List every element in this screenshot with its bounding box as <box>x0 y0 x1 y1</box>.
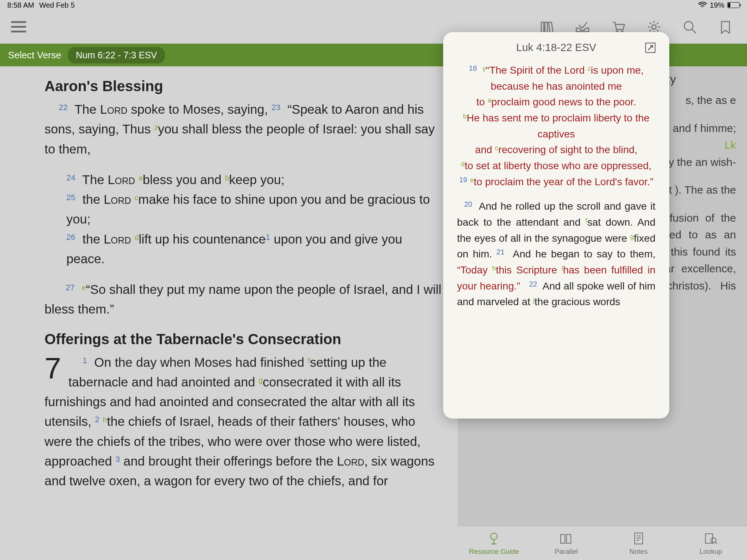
footnote-marker[interactable]: d <box>461 160 465 168</box>
tab-lookup[interactable]: Lookup <box>675 526 747 560</box>
footnote-marker[interactable]: h <box>103 416 107 424</box>
battery-pct: 19% <box>710 1 724 9</box>
footnote-marker[interactable]: z <box>588 65 591 72</box>
verse-number[interactable]: 1 <box>83 356 87 365</box>
svg-point-6 <box>491 533 497 540</box>
footnote-marker[interactable]: c <box>135 194 138 202</box>
scripture-link[interactable]: Lk <box>724 139 736 151</box>
battery-icon <box>727 2 740 8</box>
footnote-marker[interactable]: z <box>154 123 158 131</box>
svg-point-5 <box>684 22 693 30</box>
footnote-marker[interactable]: a <box>488 97 491 104</box>
svg-rect-8 <box>566 534 571 543</box>
footnote-marker[interactable]: c <box>495 144 498 152</box>
tab-resource-guide[interactable]: Resource Guide <box>458 526 530 560</box>
menu-button[interactable] <box>11 21 26 32</box>
verse-number[interactable]: 20 <box>464 200 472 208</box>
status-bar: 8:58 AM Wed Feb 5 19% <box>0 0 747 10</box>
scripture-poetry: 24 The Lord abless you and bkeep you; 25… <box>66 170 443 269</box>
verse-number[interactable]: 22 <box>59 103 67 112</box>
scripture-paragraph: 22 The Lord spoke to Moses, saying, 23 “… <box>44 100 443 159</box>
bookmark-icon[interactable] <box>718 19 733 35</box>
section-heading: Offerings at the Tabernacle's Consecrati… <box>44 331 443 347</box>
footnote-marker[interactable]: d <box>135 233 139 241</box>
footnote-marker[interactable]: g <box>259 376 263 384</box>
verse-reference-pill[interactable]: Num 6:22 - 7:3 ESV <box>68 47 165 63</box>
verse-number[interactable]: 19 <box>459 176 467 184</box>
expand-icon[interactable] <box>645 43 655 53</box>
verse-number[interactable]: 3 <box>116 455 120 464</box>
chapter-number: 7 <box>44 355 61 382</box>
verse-number[interactable]: 22 <box>529 280 537 288</box>
footnote-marker[interactable]: e <box>82 284 86 292</box>
footnote-marker[interactable]: i <box>562 265 563 272</box>
verse-number[interactable]: 26 <box>66 233 75 242</box>
footnote-marker[interactable]: b <box>463 113 467 120</box>
verse-number[interactable]: 25 <box>66 193 75 202</box>
svg-rect-7 <box>561 534 565 543</box>
svg-point-11 <box>711 538 716 543</box>
svg-point-4 <box>652 25 656 29</box>
footnote-marker[interactable]: a <box>139 174 143 182</box>
scripture-reader: Aaron's Blessing 22 The Lord spoke to Mo… <box>0 66 458 560</box>
svg-rect-1 <box>545 22 547 32</box>
status-date: Wed Feb 5 <box>39 1 74 9</box>
tab-notes[interactable]: Notes <box>603 526 675 560</box>
popup-reference: Luk 4:18-22 ESV <box>516 42 596 54</box>
cross-reference-popup: Luk 4:18-22 ESV 18 y“The Spirit of the L… <box>443 32 669 419</box>
verse-number[interactable]: 2 <box>95 415 99 424</box>
status-time: 8:58 AM <box>7 1 34 9</box>
footnote-marker[interactable]: f <box>308 357 310 365</box>
footnote-marker[interactable]: b <box>225 174 229 182</box>
scripture-paragraph: 7 1 On the day when Moses had finished f… <box>44 353 443 491</box>
footnote-marker[interactable]: y <box>483 65 486 72</box>
wifi-icon <box>698 2 707 8</box>
bottom-tab-bar: Resource Guide Parallel Notes Lookup <box>458 526 747 560</box>
popup-body: 18 y“The Spirit of the Lord zis upon me,… <box>443 59 669 310</box>
footnote-marker[interactable]: j <box>533 296 535 304</box>
select-verse-button[interactable]: Select Verse <box>8 50 61 61</box>
footnote-marker[interactable]: f <box>585 217 587 224</box>
verse-number[interactable]: 23 <box>271 103 280 112</box>
footnote-marker[interactable]: e <box>470 176 474 184</box>
search-icon[interactable] <box>682 19 697 35</box>
footnote-marker[interactable]: h <box>492 265 496 272</box>
verse-number[interactable]: 27 <box>66 283 74 292</box>
footnote-marker[interactable]: g <box>630 233 634 240</box>
verse-number[interactable]: 24 <box>66 173 75 182</box>
verse-number[interactable]: 18 <box>469 64 477 72</box>
verse-number[interactable]: 21 <box>496 248 504 256</box>
section-heading: Aaron's Blessing <box>44 78 443 94</box>
scripture-paragraph: 27 e“So shall they put my name upon the … <box>44 280 443 319</box>
svg-rect-0 <box>541 22 544 32</box>
tab-parallel[interactable]: Parallel <box>530 526 602 560</box>
